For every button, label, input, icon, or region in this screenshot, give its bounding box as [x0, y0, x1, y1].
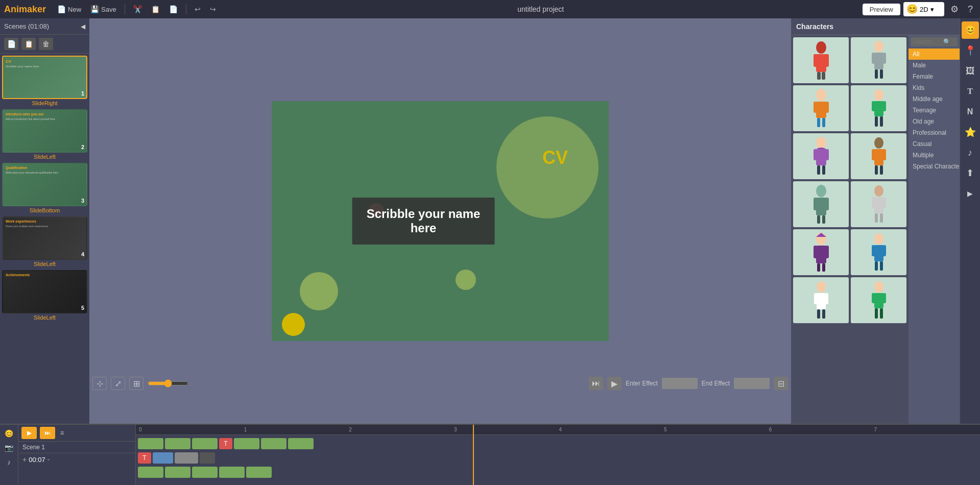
character-card-2[interactable]	[851, 37, 906, 83]
character-rail-button[interactable]: 😊	[962, 21, 979, 39]
preview-button[interactable]: Preview	[863, 4, 900, 15]
cut-button[interactable]: ✂️	[130, 4, 145, 14]
scene-item-1[interactable]: CV Scribble your name here 1 SlideRight	[2, 56, 87, 106]
settings-button[interactable]: ⚙	[947, 3, 962, 16]
canvas-bottom-toolbar: ⊹ ⤢ ⊞ ⏭ ▶ Enter Effect End Effect ⊟	[89, 374, 791, 393]
clip-3-3[interactable]	[192, 467, 218, 478]
character-card-5[interactable]	[793, 133, 849, 179]
search-input[interactable]	[913, 38, 943, 45]
delete-scene-button[interactable]: 🗑	[39, 38, 53, 50]
clip-3-5[interactable]	[246, 467, 272, 478]
clip-1-4[interactable]: T	[219, 438, 232, 449]
collapse-scenes-icon[interactable]: ◀	[81, 23, 85, 30]
play-button[interactable]: ▶	[21, 427, 37, 439]
redo-button[interactable]: ↪	[207, 4, 219, 14]
character-card-4[interactable]	[851, 85, 906, 131]
upload-rail-button[interactable]: ⬆	[962, 164, 979, 182]
copy-button[interactable]: 📋	[148, 4, 163, 14]
clip-2-3[interactable]	[175, 452, 198, 464]
character-card-7[interactable]	[793, 181, 849, 227]
scene-thumb-5[interactable]: Achievements 5	[2, 270, 87, 313]
grid-button[interactable]: ⊞	[129, 377, 144, 390]
music-timeline-icon[interactable]: ♪	[2, 455, 17, 469]
end-effect-box[interactable]	[734, 378, 770, 389]
clip-1-7[interactable]	[288, 438, 314, 449]
clip-1-6[interactable]	[261, 438, 286, 449]
mode-selector[interactable]: 😊 2D ▾	[903, 2, 944, 16]
filter-all[interactable]: All	[909, 48, 960, 60]
main-canvas[interactable]: CV Scribble your namehere	[272, 101, 609, 341]
clip-1-1[interactable]	[138, 438, 163, 449]
character-card-11[interactable]	[793, 277, 849, 323]
character-card-6[interactable]	[851, 133, 906, 179]
character-card-9[interactable]	[793, 229, 849, 275]
character-card-12[interactable]	[851, 277, 906, 323]
filter-female[interactable]: Female	[909, 71, 960, 82]
music-rail-button[interactable]: ♪	[962, 144, 979, 161]
fit-view-button[interactable]: ⊹	[92, 377, 107, 390]
clip-3-2[interactable]	[165, 467, 190, 478]
scene-item-2[interactable]: Introduce who you are Add an introductor…	[2, 109, 87, 160]
scene-thumb-2[interactable]: Introduce who you are Add an introductor…	[2, 109, 87, 153]
timeline-playhead[interactable]	[473, 425, 474, 485]
save-button[interactable]: 💾 Save	[87, 4, 119, 14]
clip-3-1[interactable]	[138, 467, 163, 478]
help-button[interactable]: ?	[965, 3, 976, 16]
number-rail-button[interactable]: N	[962, 103, 979, 120]
scribble-text-box[interactable]: Scribble your namehere	[352, 198, 495, 245]
character-card-3[interactable]	[793, 85, 849, 131]
filter-middle-age[interactable]: Middle age	[909, 93, 960, 105]
character-card-10[interactable]	[851, 229, 906, 275]
paste-button[interactable]: 📄	[166, 4, 181, 14]
clip-1-5[interactable]	[234, 438, 259, 449]
filter-professional[interactable]: Professional	[909, 127, 960, 138]
play-next-button[interactable]: ⏭	[40, 427, 55, 439]
filter-kids[interactable]: Kids	[909, 82, 960, 93]
play-forward-button[interactable]: ▶	[607, 377, 622, 390]
clip-2-4[interactable]	[200, 452, 215, 464]
clip-2-2[interactable]	[153, 452, 173, 464]
minus-time-icon[interactable]: -	[47, 455, 50, 464]
play-step-button[interactable]: ⏭	[589, 377, 603, 390]
filter-male[interactable]: Male	[909, 60, 960, 71]
scene-thumb-4[interactable]: Work experiences Share your multiple wor…	[2, 216, 87, 260]
duplicate-scene-button[interactable]: 📋	[21, 38, 36, 50]
new-button[interactable]: 📄 New	[54, 4, 84, 14]
clip-1-2[interactable]	[165, 438, 190, 449]
camera-timeline-icon[interactable]: 📷	[2, 441, 17, 454]
clip-3-4[interactable]	[219, 467, 245, 478]
video-rail-button[interactable]: ▶	[962, 185, 979, 202]
scene-item-3[interactable]: Qualification Write about your education…	[2, 163, 87, 213]
character-timeline-icon[interactable]: 😊	[2, 427, 17, 440]
ruler-mark-2: 2	[348, 427, 453, 432]
timeline-mode-button[interactable]: ≡	[58, 428, 66, 438]
scene-thumb-1[interactable]: CV Scribble your name here 1	[2, 56, 87, 99]
fullscreen-button[interactable]: ⤢	[111, 377, 125, 390]
characters-body: 🔍 AllMaleFemaleKidsMiddle ageTeenageOld …	[791, 35, 960, 424]
sticker-rail-button[interactable]: ⭐	[962, 124, 979, 141]
clip-1-3[interactable]	[192, 438, 218, 449]
zoom-slider[interactable]	[148, 379, 188, 387]
filter-old-age[interactable]: Old age	[909, 116, 960, 127]
add-scene-button[interactable]: 📄	[4, 38, 18, 50]
undo-button[interactable]: ↩	[192, 4, 204, 14]
character-card-1[interactable]	[793, 37, 849, 83]
text-rail-button[interactable]: T	[962, 83, 979, 100]
end-effect-settings[interactable]: ⊟	[774, 377, 788, 390]
clip-2-1[interactable]: T	[138, 452, 151, 464]
timeline-main[interactable]: 0 1 2 3 4 5 6 7 T T	[136, 425, 980, 485]
filter-special-characters[interactable]: Special Characters	[909, 161, 960, 172]
image-rail-button[interactable]: 🖼	[962, 62, 979, 80]
project-title: untitled project	[517, 5, 564, 13]
filter-multiple[interactable]: Multiple	[909, 150, 960, 161]
filter-teenage[interactable]: Teenage	[909, 105, 960, 116]
location-rail-button[interactable]: 📍	[962, 42, 979, 59]
filter-casual[interactable]: Casual	[909, 138, 960, 150]
characters-search[interactable]: 🔍	[911, 37, 958, 46]
scene-item-4[interactable]: Work experiences Share your multiple wor…	[2, 216, 87, 267]
scene-item-5[interactable]: Achievements 5 SlideLeft	[2, 270, 87, 321]
character-card-8[interactable]	[851, 181, 906, 227]
enter-effect-box[interactable]	[662, 378, 698, 389]
scene-thumb-3[interactable]: Qualification Write about your education…	[2, 163, 87, 206]
add-time-icon[interactable]: +	[22, 455, 27, 464]
